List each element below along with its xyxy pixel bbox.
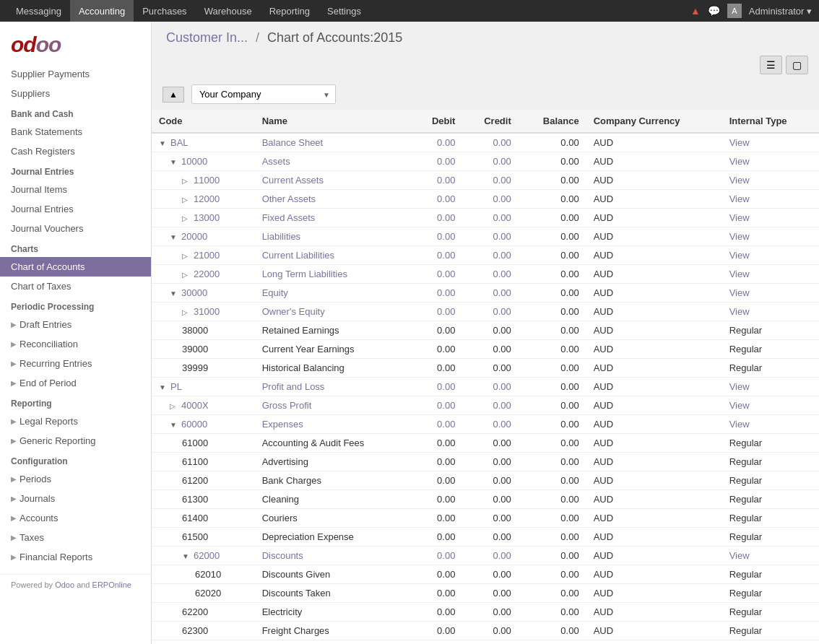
- cell-internal-type[interactable]: View: [722, 171, 819, 190]
- cell-name[interactable]: Liabilities: [255, 227, 412, 246]
- cell-name[interactable]: Assets: [255, 152, 412, 171]
- cell-internal-type[interactable]: View: [722, 133, 819, 152]
- erponline-link[interactable]: ERPOnline: [92, 580, 131, 589]
- cell-internal-type[interactable]: View: [722, 303, 819, 321]
- cell-code[interactable]: ▷ 11000: [152, 171, 255, 190]
- code-value[interactable]: 22000: [194, 269, 220, 279]
- cell-name[interactable]: Other Assets: [255, 190, 412, 209]
- collapse-icon[interactable]: ▼: [170, 421, 178, 430]
- cell-name[interactable]: Discounts: [255, 547, 412, 565]
- sidebar-item-taxes[interactable]: ▶ Taxes: [0, 528, 151, 547]
- odoo-link[interactable]: Odoo: [55, 580, 74, 589]
- cell-code[interactable]: ▼ 60000: [152, 415, 255, 434]
- cell-internal-type[interactable]: View: [722, 190, 819, 209]
- sidebar-item-end-of-period[interactable]: ▶ End of Period: [0, 373, 151, 393]
- sidebar-item-chart-of-accounts[interactable]: Chart of Accounts: [0, 257, 151, 277]
- collapse-icon[interactable]: ▷: [182, 196, 191, 204]
- nav-reporting[interactable]: Reporting: [261, 0, 318, 22]
- sidebar-item-journals[interactable]: ▶ Journals: [0, 489, 151, 508]
- code-value[interactable]: 30000: [181, 287, 207, 298]
- sidebar-item-suppliers[interactable]: Suppliers: [0, 84, 151, 103]
- code-value[interactable]: BAL: [170, 137, 188, 148]
- collapse-icon[interactable]: ▷: [182, 177, 191, 186]
- cell-internal-type[interactable]: View: [722, 396, 819, 415]
- cell-name[interactable]: Owner's Equity: [255, 303, 412, 321]
- cell-code[interactable]: ▷ 4000X: [152, 396, 255, 415]
- collapse-icon[interactable]: ▷: [182, 308, 191, 317]
- code-value[interactable]: 11000: [194, 175, 220, 186]
- nav-messaging[interactable]: Messaging: [7, 0, 70, 22]
- sidebar-item-supplier-payments[interactable]: Supplier Payments: [0, 64, 151, 84]
- sidebar-item-journal-entries[interactable]: Journal Entries: [0, 199, 151, 219]
- code-value[interactable]: 4000X: [181, 400, 209, 411]
- collapse-icon[interactable]: ▷: [170, 402, 178, 411]
- cell-code[interactable]: ▷ 22000: [152, 265, 255, 284]
- sidebar-item-journal-vouchers[interactable]: Journal Vouchers: [0, 219, 151, 238]
- collapse-icon[interactable]: ▷: [182, 271, 191, 279]
- cell-name[interactable]: Equity: [255, 284, 412, 303]
- cell-internal-type[interactable]: View: [722, 246, 819, 265]
- cell-name[interactable]: Current Assets: [255, 171, 412, 190]
- sidebar-item-journal-items[interactable]: Journal Items: [0, 180, 151, 199]
- cell-name[interactable]: Long Term Liabilities: [255, 265, 412, 284]
- nav-warehouse[interactable]: Warehouse: [196, 0, 261, 22]
- cell-name[interactable]: Gross Profit: [255, 396, 412, 415]
- cell-code[interactable]: ▷ 21000: [152, 246, 255, 265]
- collapse-icon[interactable]: ▷: [182, 252, 191, 261]
- sidebar-item-cash-registers[interactable]: Cash Registers: [0, 142, 151, 161]
- code-value[interactable]: 10000: [181, 156, 207, 167]
- cell-internal-type[interactable]: View: [722, 284, 819, 303]
- sidebar-item-draft-entries[interactable]: ▶ Draft Entries: [0, 315, 151, 334]
- alert-icon[interactable]: ▲: [690, 5, 701, 17]
- cell-code[interactable]: ▷ 12000: [152, 190, 255, 209]
- cell-code[interactable]: ▼ PL: [152, 378, 255, 396]
- collapse-icon[interactable]: ▼: [170, 233, 178, 242]
- cell-code[interactable]: ▼ BAL: [152, 133, 255, 152]
- sidebar-item-financial-reports[interactable]: ▶ Financial Reports: [0, 547, 151, 567]
- breadcrumb-link[interactable]: Customer In...: [166, 30, 248, 45]
- sidebar-item-generic-reporting[interactable]: ▶ Generic Reporting: [0, 431, 151, 451]
- code-value[interactable]: 31000: [194, 306, 220, 317]
- cell-internal-type[interactable]: View: [722, 227, 819, 246]
- code-value[interactable]: 21000: [194, 250, 220, 261]
- cell-name[interactable]: Expenses: [255, 415, 412, 434]
- cell-internal-type[interactable]: View: [722, 547, 819, 565]
- code-value[interactable]: PL: [170, 381, 182, 392]
- company-select[interactable]: Your Company: [191, 84, 336, 104]
- cell-name[interactable]: Fixed Assets: [255, 209, 412, 227]
- sidebar-item-bank-statements[interactable]: Bank Statements: [0, 122, 151, 142]
- collapse-icon[interactable]: ▷: [182, 214, 191, 223]
- cell-code[interactable]: ▼ 10000: [152, 152, 255, 171]
- sidebar-item-chart-of-taxes[interactable]: Chart of Taxes: [0, 277, 151, 296]
- user-label[interactable]: Administrator ▾: [749, 6, 812, 17]
- collapse-icon[interactable]: ▼: [170, 158, 178, 167]
- code-value[interactable]: 13000: [194, 212, 220, 223]
- collapse-icon[interactable]: ▼: [159, 383, 168, 392]
- code-value[interactable]: 20000: [181, 231, 207, 242]
- sidebar-item-recurring-entries[interactable]: ▶ Recurring Entries: [0, 354, 151, 373]
- cell-internal-type[interactable]: View: [722, 378, 819, 396]
- collapse-icon[interactable]: ▼: [170, 290, 178, 298]
- code-value[interactable]: 60000: [181, 419, 207, 430]
- sidebar-item-legal-reports[interactable]: ▶ Legal Reports: [0, 412, 151, 431]
- list-view-button[interactable]: ☰: [760, 56, 782, 74]
- cell-internal-type[interactable]: View: [722, 265, 819, 284]
- collapse-icon[interactable]: ▼: [159, 139, 168, 148]
- cell-code[interactable]: ▷ 13000: [152, 209, 255, 227]
- cell-internal-type[interactable]: View: [722, 209, 819, 227]
- sidebar-item-accounts[interactable]: ▶ Accounts: [0, 508, 151, 528]
- code-value[interactable]: 62000: [194, 550, 220, 561]
- collapse-icon[interactable]: ▼: [182, 552, 191, 561]
- nav-accounting[interactable]: Accounting: [70, 0, 134, 22]
- cell-internal-type[interactable]: View: [722, 152, 819, 171]
- cell-name[interactable]: Profit and Loss: [255, 378, 412, 396]
- chat-icon[interactable]: 💬: [708, 5, 720, 17]
- sidebar-item-periods[interactable]: ▶ Periods: [0, 469, 151, 489]
- sidebar-item-reconciliation[interactable]: ▶ Reconciliation: [0, 334, 151, 354]
- cell-name[interactable]: Balance Sheet: [255, 133, 412, 152]
- cell-name[interactable]: Current Liabilities: [255, 246, 412, 265]
- nav-settings[interactable]: Settings: [318, 0, 370, 22]
- cell-code[interactable]: ▼ 20000: [152, 227, 255, 246]
- kanban-view-button[interactable]: ▢: [786, 56, 808, 74]
- cell-code[interactable]: ▼ 62000: [152, 547, 255, 565]
